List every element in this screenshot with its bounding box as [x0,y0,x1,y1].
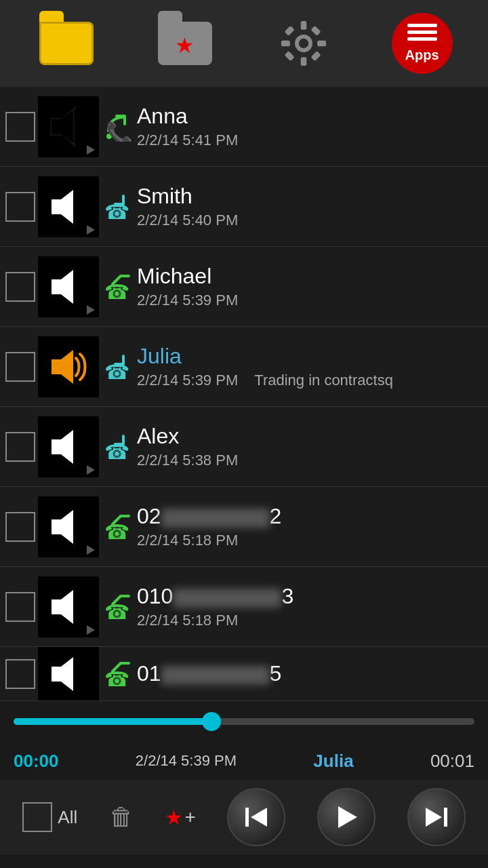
speaker-julia [38,336,99,397]
svg-rect-28 [444,808,447,827]
svg-rect-6 [284,26,294,36]
play-tri-icon [87,225,95,235]
call-direction-out-num3: ☎ [102,658,134,690]
checkbox-michael[interactable] [5,272,35,302]
play-icon [331,802,361,832]
progress-fill [14,718,211,725]
speaker-anna [38,96,99,157]
settings-button[interactable] [263,9,344,77]
gear-icon [279,19,328,68]
call-item-smith[interactable]: ☎ Smith 2/2/14 5:40 PM [0,167,488,247]
call-name-anna: Anna [137,104,483,129]
call-name-num3: 015 [137,661,483,686]
call-direction-out-num2: ☎ [102,591,134,623]
apps-button[interactable]: Apps [382,9,463,77]
call-date-smith: 2/2/14 5:40 PM [137,212,483,229]
call-date-anna: 2/2/14 5:41 PM [137,132,483,149]
play-tri-icon [87,465,95,475]
all-label: All [58,807,77,828]
player-date-info: 2/2/14 5:39 PM [136,752,237,770]
speaker-smith [38,176,99,237]
skip-prev-icon [241,802,271,832]
call-item-michael[interactable]: ☎ Michael 2/2/14 5:39 PM [0,247,488,327]
time-current: 00:00 [14,751,59,772]
checkbox-anna[interactable] [5,112,35,142]
play-button[interactable] [317,788,375,846]
checkbox-num2[interactable] [5,592,35,622]
svg-rect-4 [281,41,289,47]
svg-rect-5 [317,41,326,47]
speaker-num1 [38,496,99,557]
checkbox-num1[interactable] [5,512,35,542]
call-item-anna[interactable]: 📞 Anna 2/2/14 5:41 PM [0,87,488,167]
checkbox-num3[interactable] [5,659,35,689]
speaker-num2 [38,576,99,637]
skip-prev-button[interactable] [227,788,285,846]
folder-yellow-icon [39,22,94,65]
call-item-julia[interactable]: ☎ Julia 2/2/14 5:39 PM Trading in contra… [0,327,488,407]
call-name-num1: 022 [137,504,483,529]
select-all-wrap: All [22,802,77,832]
call-name-michael: Michael [137,264,483,289]
player-name: Julia [313,751,353,772]
call-info-smith: Smith 2/2/14 5:40 PM [137,184,483,229]
call-date-julia: 2/2/14 5:39 PM Trading in contractsq [137,372,483,389]
svg-rect-3 [300,57,306,66]
time-bar: 00:00 2/2/14 5:39 PM Julia 00:01 [0,742,488,780]
call-info-michael: Michael 2/2/14 5:39 PM [137,264,483,309]
call-item-num2[interactable]: ☎ 0103 2/2/14 5:18 PM [0,567,488,647]
svg-rect-25 [245,808,249,827]
svg-text:☎: ☎ [104,601,129,622]
call-direction-out: 📞 [102,111,134,143]
svg-rect-2 [300,21,306,30]
select-all-checkbox[interactable] [22,802,52,832]
call-item-num1[interactable]: ☎ 022 2/2/14 5:18 PM [0,487,488,567]
svg-rect-7 [310,51,321,61]
skip-next-button[interactable] [407,788,466,846]
svg-rect-9 [310,26,321,36]
call-date-num2: 2/2/14 5:18 PM [137,612,483,629]
call-item-alex[interactable]: ☎ Alex 2/2/14 5:38 PM [0,407,488,487]
svg-marker-29 [426,808,442,827]
time-total: 00:01 [430,751,474,772]
starred-folder-button[interactable]: ★ [144,9,226,77]
delete-button[interactable]: 🗑 [109,803,134,831]
progress-thumb[interactable] [202,712,221,731]
call-date-alex: 2/2/14 5:38 PM [137,452,483,469]
call-direction-out-michael: ☎ [102,271,134,303]
call-direction-in-smith: ☎ [102,191,134,223]
call-list: 📞 Anna 2/2/14 5:41 PM ☎ Smith 2/2/14 5:4… [0,87,488,701]
call-info-julia: Julia 2/2/14 5:39 PM Trading in contract… [137,344,483,389]
speaker-alex [38,416,99,477]
apps-label: Apps [405,47,439,63]
svg-rect-8 [284,51,294,61]
apps-icon: Apps [392,13,453,74]
call-direction-in-alex: ☎ [102,431,134,463]
speaker-num3 [38,647,99,701]
checkbox-smith[interactable] [5,192,35,222]
progress-area[interactable] [0,701,488,742]
speaker-michael [38,256,99,317]
star-add-button[interactable]: ★+ [165,806,195,829]
checkbox-julia[interactable] [5,352,35,382]
star-icon: ★ [175,33,195,58]
skip-next-icon [422,802,451,832]
trash-icon: 🗑 [109,803,134,831]
call-info-num1: 022 2/2/14 5:18 PM [137,504,483,549]
progress-track[interactable] [14,718,474,725]
svg-text:📞: 📞 [106,120,133,142]
call-info-num3: 015 [137,661,483,686]
call-name-smith: Smith [137,184,483,209]
call-info-num2: 0103 2/2/14 5:18 PM [137,584,483,629]
call-name-num2: 0103 [137,584,483,609]
play-tri-icon [87,625,95,635]
call-date-michael: 2/2/14 5:39 PM [137,292,483,309]
call-date-num1: 2/2/14 5:18 PM [137,532,483,549]
play-tri-icon [87,145,95,155]
checkbox-alex[interactable] [5,432,35,462]
call-item-num3[interactable]: ☎ 015 [0,647,488,701]
call-info-alex: Alex 2/2/14 5:38 PM [137,424,483,469]
folder-button[interactable] [26,9,107,77]
call-info-anna: Anna 2/2/14 5:41 PM [137,104,483,149]
svg-text:☎: ☎ [104,281,129,302]
